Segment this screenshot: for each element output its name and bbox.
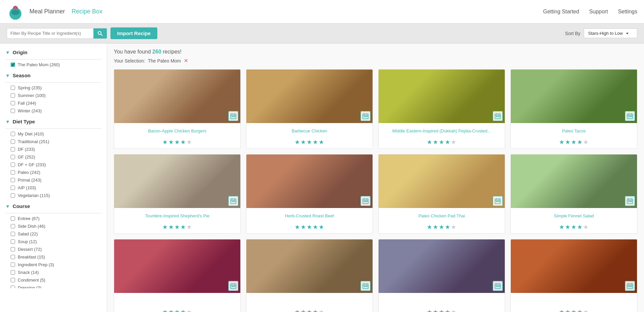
recipe-title: Herb-Crusted Roast Beef	[250, 211, 369, 221]
add-to-calendar-icon[interactable]	[360, 281, 371, 291]
filter-checkbox-traditional[interactable]	[11, 139, 15, 144]
add-to-calendar-icon[interactable]	[493, 281, 503, 291]
recipe-card[interactable]: Simple Fennel Salad ★★★★★	[510, 154, 637, 234]
star-filled: ★	[295, 139, 301, 145]
filter-checkbox-winter[interactable]	[11, 109, 15, 113]
add-to-calendar-icon[interactable]	[625, 111, 635, 121]
star-empty: ★	[186, 309, 192, 312]
add-to-calendar-icon[interactable]	[228, 196, 238, 206]
sort-select[interactable]: Stars-High to Low	[584, 28, 637, 38]
filter-checkbox-side-dish[interactable]	[11, 224, 15, 228]
add-to-calendar-icon[interactable]	[625, 196, 635, 206]
filter-item-winter[interactable]: Winter (243)	[0, 107, 107, 115]
getting-started-link[interactable]: Getting Started	[543, 9, 579, 15]
filter-checkbox-dressing[interactable]	[11, 286, 15, 288]
filter-item-spring[interactable]: Spring (235)	[0, 84, 107, 92]
filter-item-fall[interactable]: Fall (244)	[0, 99, 107, 107]
course-section-header[interactable]: ▼ Course	[0, 201, 107, 212]
filter-checkbox-spring[interactable]	[11, 86, 15, 90]
star-empty: ★	[583, 224, 589, 230]
add-to-calendar-icon[interactable]	[228, 281, 238, 291]
filter-item-summer[interactable]: Summer (100)	[0, 92, 107, 99]
origin-section-header[interactable]: ▼ Origin	[0, 47, 107, 58]
filter-item-side-dish[interactable]: Side Dish (46)	[0, 222, 107, 230]
filter-checkbox-breakfast[interactable]	[11, 255, 15, 259]
sort-value: Stars-High to Low	[588, 31, 623, 36]
filter-item-gf[interactable]: GF (252)	[0, 153, 107, 161]
filter-item-paleo[interactable]: Paleo (242)	[0, 169, 107, 176]
filter-checkbox-paleo[interactable]	[11, 170, 15, 175]
filter-label-df-gf: DF + GF (233)	[18, 162, 46, 167]
recipe-card[interactable]: Paleo Tacos ★★★★★	[510, 69, 637, 149]
filter-checkbox-dessert[interactable]	[11, 247, 15, 251]
filter-item-salad[interactable]: Salad (22)	[0, 230, 107, 238]
filter-checkbox-paleo-mom[interactable]	[11, 63, 15, 67]
filter-checkbox-df[interactable]	[11, 147, 15, 151]
filter-checkbox-my-diet[interactable]	[11, 132, 15, 136]
add-to-calendar-icon[interactable]	[493, 111, 503, 121]
remove-selection-button[interactable]: ✕	[184, 58, 188, 64]
nav-meal-planner[interactable]: Meal Planner	[29, 8, 65, 15]
filter-checkbox-vegetarian[interactable]	[11, 193, 15, 198]
filter-item-soup[interactable]: Soup (12)	[0, 238, 107, 245]
filter-checkbox-entree[interactable]	[11, 216, 15, 221]
filter-item-ingredient-prep[interactable]: Ingredient Prep (3)	[0, 261, 107, 269]
filter-item-primal[interactable]: Primal (243)	[0, 176, 107, 184]
recipe-card[interactable]: Paleo Chicken Pad Thai ★★★★★	[378, 154, 505, 234]
recipe-card[interactable]: Tourtière-Inspired Shepherd's Pie ★★★★★	[114, 154, 241, 234]
support-link[interactable]: Support	[589, 9, 608, 15]
season-section-header[interactable]: ▼ Season	[0, 70, 107, 81]
add-to-calendar-icon[interactable]	[493, 196, 503, 206]
star-filled: ★	[559, 224, 565, 230]
recipe-card[interactable]: ★★★★★	[378, 239, 505, 312]
filter-item-vegetarian[interactable]: Vegetarian (115)	[0, 192, 107, 199]
filter-checkbox-soup[interactable]	[11, 239, 15, 244]
filter-item-condiment[interactable]: Condiment (5)	[0, 276, 107, 284]
add-to-calendar-icon[interactable]	[625, 281, 635, 291]
filter-checkbox-aip[interactable]	[11, 186, 15, 190]
filter-item-df[interactable]: DF (233)	[0, 145, 107, 153]
star-filled: ★	[445, 224, 451, 230]
filter-checkbox-fall[interactable]	[11, 101, 15, 105]
filter-checkbox-snack[interactable]	[11, 270, 15, 275]
import-recipe-button[interactable]: Import Recipe	[110, 27, 157, 39]
recipe-card[interactable]: ★★★★★	[114, 239, 241, 312]
filter-item-dessert[interactable]: Dessert (72)	[0, 245, 107, 253]
recipe-card[interactable]: ★★★★★	[510, 239, 637, 312]
filter-checkbox-ingredient-prep[interactable]	[11, 263, 15, 267]
recipe-card[interactable]: Barbecue Chicken ★★★★★	[246, 69, 373, 149]
recipe-image	[114, 239, 240, 293]
add-to-calendar-icon[interactable]	[228, 111, 238, 121]
filter-checkbox-df-gf[interactable]	[11, 163, 15, 167]
filter-checkbox-summer[interactable]	[11, 93, 15, 98]
filter-checkbox-gf[interactable]	[11, 155, 15, 159]
add-to-calendar-icon[interactable]	[360, 111, 371, 121]
settings-link[interactable]: Settings	[618, 9, 637, 15]
filter-item-dressing[interactable]: Dressing (2)	[0, 284, 107, 288]
filter-item-breakfast[interactable]: Breakfast (15)	[0, 253, 107, 261]
filter-item-entree[interactable]: Entree (67)	[0, 215, 107, 222]
recipe-card[interactable]: Bacon-Apple Chicken Burgers ★★★★★	[114, 69, 241, 149]
filter-item-traditional[interactable]: Traditional (251)	[0, 138, 107, 145]
filter-item-snack[interactable]: Snack (14)	[0, 269, 107, 276]
filter-item-aip[interactable]: AIP (103)	[0, 184, 107, 192]
search-button[interactable]	[93, 28, 107, 38]
nav-recipe-box[interactable]: Recipe Box	[72, 8, 102, 15]
filter-checkbox-condiment[interactable]	[11, 278, 15, 282]
recipe-card[interactable]: ★★★★★	[246, 239, 373, 312]
star-filled: ★	[565, 139, 571, 145]
svg-rect-27	[497, 116, 498, 117]
filter-checkbox-primal[interactable]	[11, 178, 15, 182]
recipe-card[interactable]: Middle Eastern-Inspired (Dukkah) Pepita-…	[378, 69, 505, 149]
filter-item-my-diet[interactable]: My Diet (410)	[0, 130, 107, 138]
filter-checkbox-salad[interactable]	[11, 232, 15, 236]
star-filled: ★	[295, 309, 301, 312]
filter-item-df-gf[interactable]: DF + GF (233)	[0, 161, 107, 169]
filter-item-paleo-mom[interactable]: The Paleo Mom (260)	[0, 61, 107, 69]
diet-type-section-header[interactable]: ▼ Diet Type	[0, 116, 107, 127]
recipe-card[interactable]: Herb-Crusted Roast Beef ★★★★★	[246, 154, 373, 234]
recipe-title: Barbecue Chicken	[250, 126, 369, 136]
add-to-calendar-icon[interactable]	[360, 196, 371, 206]
search-input[interactable]	[7, 28, 93, 38]
star-filled: ★	[313, 309, 319, 312]
